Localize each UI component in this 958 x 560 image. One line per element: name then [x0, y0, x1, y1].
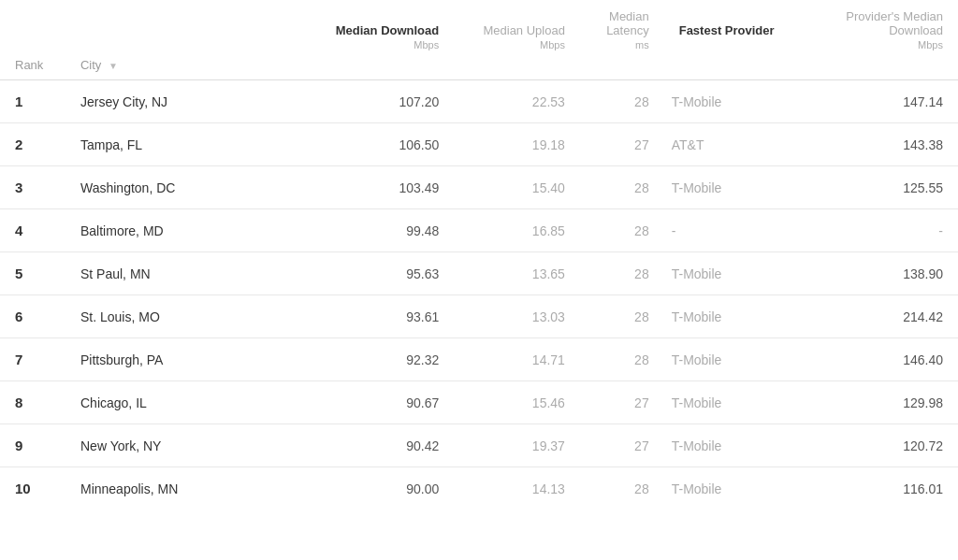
- latency-cell: 28: [580, 252, 664, 295]
- upload-cell: 22.53: [454, 80, 580, 123]
- sort-arrow-icon: ▼: [109, 61, 118, 71]
- table-body: 1 Jersey City, NJ 107.20 22.53 28 T-Mobi…: [0, 80, 958, 510]
- city-cell: Tampa, FL: [65, 123, 297, 166]
- rank-cell: 7: [0, 338, 65, 381]
- provider-unit-blank: [664, 39, 811, 54]
- provider-download-cell: 116.01: [811, 467, 958, 510]
- latency-subheader: [580, 54, 664, 80]
- upload-cell: 19.37: [454, 424, 580, 467]
- table-row: 4 Baltimore, MD 99.48 16.85 28 - -: [0, 209, 958, 252]
- table-row: 8 Chicago, IL 90.67 15.46 27 T-Mobile 12…: [0, 381, 958, 424]
- provider-download-cell: -: [811, 209, 958, 252]
- upload-cell: 14.71: [454, 338, 580, 381]
- city-cell: Chicago, IL: [65, 381, 297, 424]
- download-cell: 99.48: [297, 209, 454, 252]
- latency-unit: ms: [580, 39, 664, 54]
- table-row: 6 St. Louis, MO 93.61 13.03 28 T-Mobile …: [0, 295, 958, 338]
- provider-subheader: [664, 54, 811, 80]
- rank-cell: 5: [0, 252, 65, 295]
- download-cell: 93.61: [297, 295, 454, 338]
- provider-download-cell: 214.42: [811, 295, 958, 338]
- city-header-blank: [65, 0, 297, 39]
- latency-cell: 28: [580, 166, 664, 209]
- rank-cell: 4: [0, 209, 65, 252]
- city-cell: Minneapolis, MN: [65, 467, 297, 510]
- table-row: 1 Jersey City, NJ 107.20 22.53 28 T-Mobi…: [0, 80, 958, 123]
- provider-median-download-header: Provider's Median Download: [811, 0, 958, 39]
- upload-unit: Mbps: [454, 39, 580, 54]
- provider-cell: T-Mobile: [664, 338, 811, 381]
- city-unit-blank: [65, 39, 297, 54]
- latency-cell: 28: [580, 209, 664, 252]
- rank-cell: 1: [0, 80, 65, 123]
- download-cell: 90.67: [297, 381, 454, 424]
- provider-download-cell: 120.72: [811, 424, 958, 467]
- city-cell: Baltimore, MD: [65, 209, 297, 252]
- provider-download-cell: 138.90: [811, 252, 958, 295]
- provider-download-cell: 146.40: [811, 338, 958, 381]
- provider-download-cell: 125.55: [811, 166, 958, 209]
- provider-cell: T-Mobile: [664, 252, 811, 295]
- provider-download-cell: 143.38: [811, 123, 958, 166]
- city-cell: St. Louis, MO: [65, 295, 297, 338]
- rank-unit-blank: [0, 39, 65, 54]
- table-row: 10 Minneapolis, MN 90.00 14.13 28 T-Mobi…: [0, 467, 958, 510]
- table-row: 2 Tampa, FL 106.50 19.18 27 AT&T 143.38: [0, 123, 958, 166]
- download-cell: 107.20: [297, 80, 454, 123]
- provider-download-subheader: [811, 54, 958, 80]
- upload-subheader: [454, 54, 580, 80]
- download-cell: 106.50: [297, 123, 454, 166]
- upload-cell: 15.40: [454, 166, 580, 209]
- provider-cell: T-Mobile: [664, 166, 811, 209]
- provider-download-cell: 147.14: [811, 80, 958, 123]
- provider-cell: -: [664, 209, 811, 252]
- latency-cell: 28: [580, 295, 664, 338]
- upload-cell: 15.46: [454, 381, 580, 424]
- upload-cell: 13.03: [454, 295, 580, 338]
- provider-cell: T-Mobile: [664, 80, 811, 123]
- latency-cell: 27: [580, 381, 664, 424]
- rank-cell: 6: [0, 295, 65, 338]
- latency-cell: 27: [580, 424, 664, 467]
- latency-cell: 28: [580, 80, 664, 123]
- upload-cell: 13.65: [454, 252, 580, 295]
- rank-cell: 9: [0, 424, 65, 467]
- upload-cell: 16.85: [454, 209, 580, 252]
- provider-download-cell: 129.98: [811, 381, 958, 424]
- median-download-header: Median Download: [297, 0, 454, 39]
- rank-cell: 8: [0, 381, 65, 424]
- table-row: 9 New York, NY 90.42 19.37 27 T-Mobile 1…: [0, 424, 958, 467]
- rank-subheader: Rank: [0, 54, 65, 80]
- table-row: 3 Washington, DC 103.49 15.40 28 T-Mobil…: [0, 166, 958, 209]
- fastest-provider-header: Fastest Provider: [664, 0, 811, 39]
- rank-cell: 2: [0, 123, 65, 166]
- upload-cell: 14.13: [454, 467, 580, 510]
- latency-cell: 28: [580, 338, 664, 381]
- city-subheader[interactable]: City ▼: [65, 54, 297, 80]
- provider-cell: T-Mobile: [664, 467, 811, 510]
- table-row: 5 St Paul, MN 95.63 13.65 28 T-Mobile 13…: [0, 252, 958, 295]
- download-cell: 90.42: [297, 424, 454, 467]
- city-cell: Jersey City, NJ: [65, 80, 297, 123]
- download-cell: 90.00: [297, 467, 454, 510]
- latency-cell: 28: [580, 467, 664, 510]
- city-cell: Washington, DC: [65, 166, 297, 209]
- median-latency-header: Median Latency: [580, 0, 664, 39]
- rank-header-blank: [0, 0, 65, 39]
- download-unit: Mbps: [297, 39, 454, 54]
- latency-cell: 27: [580, 123, 664, 166]
- download-subheader: [297, 54, 454, 80]
- provider-cell: AT&T: [664, 123, 811, 166]
- provider-cell: T-Mobile: [664, 381, 811, 424]
- provider-download-unit: Mbps: [811, 39, 958, 54]
- download-cell: 92.32: [297, 338, 454, 381]
- table-row: 7 Pittsburgh, PA 92.32 14.71 28 T-Mobile…: [0, 338, 958, 381]
- download-cell: 103.49: [297, 166, 454, 209]
- city-cell: Pittsburgh, PA: [65, 338, 297, 381]
- data-table-container: Median Download Median Upload Median Lat…: [0, 0, 958, 510]
- upload-cell: 19.18: [454, 123, 580, 166]
- rank-cell: 10: [0, 467, 65, 510]
- provider-cell: T-Mobile: [664, 295, 811, 338]
- rankings-table: Median Download Median Upload Median Lat…: [0, 0, 958, 510]
- city-cell: New York, NY: [65, 424, 297, 467]
